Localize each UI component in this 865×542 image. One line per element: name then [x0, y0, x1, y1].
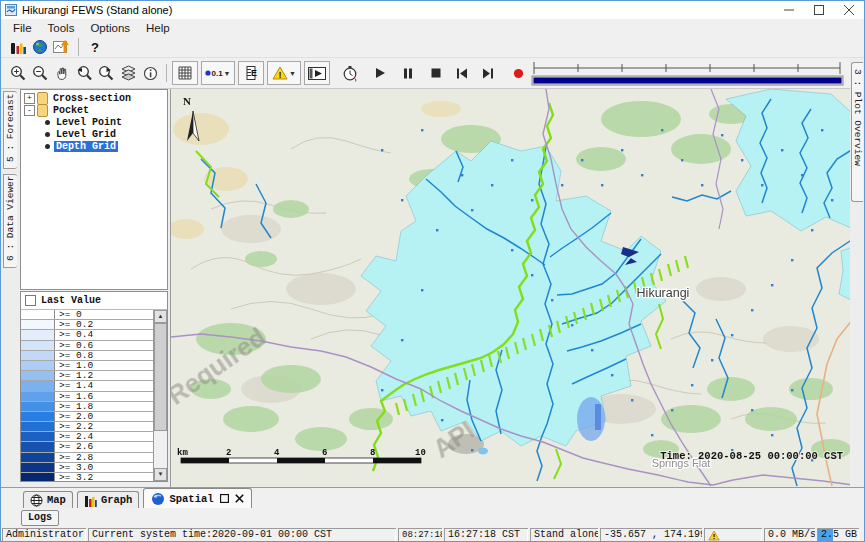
legend-row-label: >= 0.4 — [55, 330, 93, 339]
step-backward-icon[interactable] — [451, 62, 473, 84]
legend-row-label: >= 0 — [55, 310, 82, 319]
folder-icon — [37, 92, 48, 105]
tab-map[interactable]: Map — [23, 491, 73, 508]
tree-item[interactable]: + Cross-section — [21, 92, 167, 104]
logs-row: Logs — [1, 508, 864, 527]
status-network-rate: 0.0 MB/s — [764, 528, 815, 542]
stop-icon[interactable] — [425, 62, 447, 84]
menu-file[interactable]: File — [5, 21, 40, 35]
titlebar: Hikurangi FEWS (Stand alone) — [1, 1, 864, 19]
node-dot-icon — [45, 132, 50, 137]
menu-options[interactable]: Options — [82, 21, 138, 35]
legend-row-label: >= 1.0 — [55, 361, 93, 370]
map-canvas[interactable]: API Key Required API Key Required — [171, 89, 853, 487]
zoom-previous-icon[interactable] — [73, 62, 95, 84]
app-window: Hikurangi FEWS (Stand alone) File Tools … — [0, 0, 865, 542]
timer-icon[interactable] — [339, 62, 361, 84]
status-local-time: 16:27:18 CST — [444, 528, 528, 542]
tab-forecast[interactable]: 5 : Forecast — [3, 91, 17, 169]
right-tab-strip: 3 : Plot Overview — [850, 58, 864, 487]
scroll-up-icon[interactable]: ▲ — [154, 310, 167, 323]
help-icon[interactable]: ? — [84, 36, 106, 58]
point-size-dropdown[interactable]: 0.1▼ — [201, 61, 235, 85]
timeline-bar — [534, 78, 842, 84]
timeline-slider[interactable] — [529, 60, 847, 86]
tree-item[interactable]: Level Grid — [21, 128, 167, 140]
fews-logo-icon — [5, 4, 17, 16]
flood-depth-patch — [595, 404, 601, 430]
tree-expander[interactable]: - — [24, 105, 35, 116]
legend-row-label: >= 0.2 — [55, 320, 93, 329]
legend-swatch — [21, 453, 55, 462]
warning-dropdown[interactable]: ! ▼ — [267, 61, 301, 85]
legend-class-list: >= 0 >= 0.2 >= 0.4 >= 0.6 >= 0.8 — [21, 310, 154, 481]
legend-swatch — [21, 330, 55, 339]
zoom-next-icon[interactable] — [95, 62, 117, 84]
tab-close-icon[interactable] — [235, 494, 244, 503]
zoom-in-icon[interactable] — [7, 62, 29, 84]
legend-scrollbar[interactable]: ▲ ▼ — [153, 310, 167, 481]
logs-button[interactable]: Logs — [21, 510, 59, 526]
label-hikurangi: Hikurangi — [637, 286, 690, 300]
tree-item-label: Level Point — [54, 117, 124, 128]
minimize-button[interactable] — [774, 1, 804, 19]
svg-text:2: 2 — [226, 448, 231, 458]
map-view[interactable]: API Key Required API Key Required — [170, 89, 852, 487]
tab-restore-icon[interactable] — [220, 494, 229, 503]
wire-globe-icon — [30, 494, 43, 507]
legend-swatch — [21, 351, 55, 360]
legend-row-label: >= 1.6 — [55, 392, 93, 401]
tab-map-label: Map — [47, 494, 66, 506]
legend-row[interactable]: >= 3.2 — [21, 473, 154, 481]
legend-row-label: >= 1.2 — [55, 371, 93, 380]
tab-plot-overview[interactable]: 3 : Plot Overview — [851, 62, 863, 202]
profile-button[interactable]: E — [238, 61, 264, 85]
layers-icon[interactable] — [117, 62, 139, 84]
status-gmt-time: 08:27:18 GMT — [398, 528, 442, 542]
main-toolbar: ? — [1, 37, 864, 58]
status-warning-cell[interactable] — [704, 528, 762, 542]
tree-item[interactable]: Level Point — [21, 116, 167, 128]
tree-item[interactable]: Depth Grid — [21, 140, 167, 152]
tab-data-viewer[interactable]: 6 : Data Viewer — [3, 174, 17, 268]
grid-button[interactable] — [172, 61, 198, 85]
legend-swatch — [21, 361, 55, 370]
status-memory: 2.5 GB — [817, 528, 859, 542]
info-icon[interactable] — [139, 62, 161, 84]
last-value-checkbox[interactable] — [25, 295, 36, 306]
pause-icon[interactable] — [397, 62, 419, 84]
menu-tools[interactable]: Tools — [40, 21, 83, 35]
tree-item-label: Depth Grid — [54, 141, 118, 152]
svg-text:8: 8 — [370, 448, 375, 458]
step-forward-icon[interactable] — [477, 62, 499, 84]
tab-graph-label: Graph — [101, 494, 133, 506]
zoom-out-icon[interactable] — [29, 62, 51, 84]
tab-graph[interactable]: Graph — [77, 491, 140, 508]
svg-text:N: N — [183, 95, 191, 107]
legend-swatch — [21, 320, 55, 329]
scrollbar-thumb[interactable] — [154, 323, 167, 431]
timeseries-chart-icon[interactable] — [51, 36, 73, 58]
animation-button[interactable] — [304, 61, 330, 85]
tab-spatial[interactable]: Spatial — [143, 488, 251, 508]
warning-icon: ! — [272, 66, 288, 80]
database-icon[interactable] — [7, 36, 29, 58]
record-icon[interactable] — [507, 62, 529, 84]
warning-triangle-icon[interactable] — [708, 530, 720, 541]
bar-chart-icon — [84, 494, 97, 507]
small-lake — [478, 448, 488, 455]
scroll-down-icon[interactable]: ▼ — [154, 468, 167, 481]
pan-icon[interactable] — [51, 62, 73, 84]
statusbar: Administrator Current system time:2020-0… — [1, 527, 864, 542]
tree-item-label: Pocket — [51, 105, 91, 116]
map-globe-icon[interactable] — [29, 36, 51, 58]
legend-row[interactable]: >= 1.4 — [21, 381, 154, 391]
close-button[interactable] — [834, 1, 864, 19]
maximize-button[interactable] — [804, 1, 834, 19]
tree-expander[interactable]: + — [24, 93, 35, 104]
animation-icon — [308, 67, 326, 80]
menu-help[interactable]: Help — [138, 21, 178, 35]
tree-item[interactable]: - Pocket — [21, 104, 167, 116]
legend-row-label: >= 2.6 — [55, 442, 93, 451]
play-icon[interactable] — [369, 62, 391, 84]
